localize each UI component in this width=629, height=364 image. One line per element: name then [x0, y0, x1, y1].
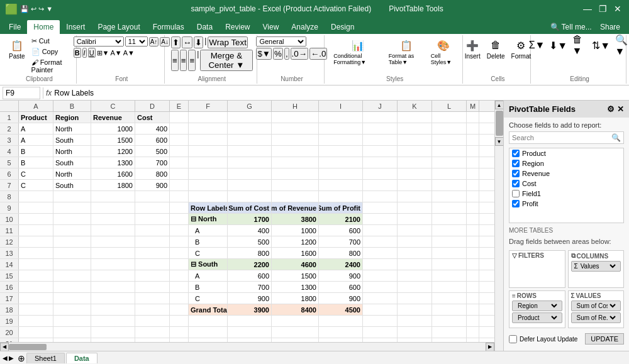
font-family-select[interactable]: Calibri: [74, 36, 124, 47]
font-size-select[interactable]: 11: [125, 36, 148, 47]
cell-c4[interactable]: 1200: [91, 146, 135, 157]
underline-button[interactable]: U: [88, 48, 96, 58]
cell-a1[interactable]: Product: [19, 112, 53, 123]
values-sum-cost-select[interactable]: Sum of Cost: [574, 302, 618, 310]
cell-c2[interactable]: 1000: [91, 123, 135, 134]
add-sheet-button[interactable]: ⊕: [18, 353, 25, 363]
merge-center-button[interactable]: Merge & Center ▼: [200, 50, 252, 71]
paste-button[interactable]: 📋 Paste: [6, 36, 28, 61]
fill-color-button[interactable]: A▼: [110, 49, 121, 57]
field-item-cost[interactable]: Cost: [509, 179, 623, 189]
tab-formulas[interactable]: Formulas: [147, 20, 191, 34]
col-header-b[interactable]: B: [53, 101, 91, 111]
scroll-right-button[interactable]: ▶: [486, 343, 494, 351]
find-select-button[interactable]: 🔍▼: [613, 36, 629, 54]
cell-styles-button[interactable]: 🎨 Cell Styles▼: [428, 36, 459, 67]
cell-k1[interactable]: [398, 112, 432, 123]
copy-button[interactable]: 📄 Copy: [29, 47, 72, 57]
tab-share[interactable]: 🔍 Tell me... Share: [544, 20, 627, 34]
cell-b5[interactable]: South: [53, 157, 91, 168]
cell-d2[interactable]: 400: [135, 123, 170, 134]
values-area[interactable]: Σ VALUES Sum of Cost Sum of Re...: [568, 290, 625, 328]
cell-d7[interactable]: 900: [135, 180, 170, 190]
sheet-tab-data[interactable]: Data: [66, 353, 97, 363]
format-painter-button[interactable]: 🖌 Format Painter: [29, 58, 72, 74]
cell-i2[interactable]: [319, 123, 363, 134]
update-button[interactable]: UPDATE: [585, 333, 624, 345]
values-sum-cost-item[interactable]: Sum of Cost: [571, 301, 621, 311]
h-scrollbar-thumb[interactable]: [9, 344, 47, 350]
field-checkbox-product[interactable]: [512, 150, 520, 157]
scroll-up-button[interactable]: ▲: [495, 101, 504, 109]
col-header-c[interactable]: C: [91, 101, 135, 111]
cell-a2[interactable]: A: [19, 123, 53, 134]
tab-insert[interactable]: Insert: [60, 20, 91, 34]
pivot-south-b[interactable]: B: [189, 282, 228, 292]
tab-review[interactable]: Review: [219, 20, 256, 34]
sort-filter-button[interactable]: ⇅▼: [591, 36, 611, 54]
pivot-south-a[interactable]: A: [189, 270, 228, 281]
field-checkbox-field1[interactable]: [512, 190, 520, 197]
pivot-settings-icon[interactable]: ⚙: [607, 104, 615, 114]
col-header-j[interactable]: J: [363, 101, 398, 111]
pivot-north-a[interactable]: A: [189, 225, 228, 236]
h-scrollbar-track[interactable]: [9, 344, 486, 350]
delete-button[interactable]: 🗑 Delete: [484, 36, 508, 61]
tab-home[interactable]: Home: [27, 20, 60, 34]
col-header-f[interactable]: F: [189, 101, 228, 111]
cell-d6[interactable]: 800: [135, 168, 170, 179]
tab-view[interactable]: View: [257, 20, 286, 34]
pivot-sum-profit-header[interactable]: Sum of Profit: [319, 202, 363, 213]
tab-analyze[interactable]: Analyze: [285, 20, 325, 34]
scroll-left-button[interactable]: ◀: [0, 343, 9, 351]
pivot-sum-cost-header[interactable]: Sum of Cost: [228, 202, 272, 213]
cell-d5[interactable]: 700: [135, 157, 170, 168]
pivot-north-b[interactable]: B: [189, 236, 228, 247]
pivot-search-box[interactable]: 🔍: [509, 131, 624, 144]
cell-b1[interactable]: Region: [53, 112, 91, 123]
title-bar-controls[interactable]: — ❐ ✕: [581, 3, 624, 15]
wrap-text-button[interactable]: Wrap Text: [208, 36, 248, 48]
pivot-close-icon[interactable]: ✕: [617, 104, 624, 114]
cell-d4[interactable]: 500: [135, 146, 170, 157]
cell-c6[interactable]: 1600: [91, 168, 135, 179]
col-header-e[interactable]: E: [170, 101, 189, 111]
align-right-button[interactable]: ≡: [188, 50, 196, 71]
rows-region-select[interactable]: Region: [515, 302, 559, 310]
align-top-button[interactable]: ⬆: [171, 36, 181, 48]
cell-a7[interactable]: C: [19, 180, 53, 190]
currency-button[interactable]: $▼: [256, 48, 272, 60]
v-scrollbar-thumb[interactable]: [496, 111, 503, 136]
more-tables-label[interactable]: MORE TABLES: [504, 226, 629, 235]
align-bottom-button[interactable]: ⬇: [194, 36, 203, 48]
col-header-h[interactable]: H: [272, 101, 319, 111]
percent-button[interactable]: %: [273, 48, 283, 60]
bold-button[interactable]: B: [74, 48, 81, 58]
cell-b2[interactable]: North: [53, 123, 91, 134]
pivot-row-labels-header[interactable]: Row Labels ▼: [189, 202, 228, 213]
rows-product-select[interactable]: Product: [515, 314, 559, 322]
format-as-table-button[interactable]: 📋 Format as Table▼: [386, 36, 427, 67]
cell-e1[interactable]: [170, 112, 189, 123]
cell-c5[interactable]: 1300: [91, 157, 135, 168]
horizontal-scrollbar[interactable]: ◀ ▶: [0, 342, 494, 351]
cell-reference-input[interactable]: [3, 87, 40, 99]
pivot-search-input[interactable]: [512, 134, 611, 141]
vertical-scrollbar[interactable]: ▲ ▼: [494, 101, 503, 351]
cell-i1[interactable]: [319, 112, 363, 123]
sheet-tab-sheet1[interactable]: Sheet1: [26, 353, 65, 363]
rows-product-item[interactable]: Product: [512, 312, 562, 323]
decrease-decimal-button[interactable]: ←.0: [309, 48, 327, 60]
col-header-g[interactable]: G: [228, 101, 272, 111]
minimize-button[interactable]: —: [581, 3, 594, 15]
field-item-revenue[interactable]: Revenue: [509, 168, 623, 179]
col-header-k[interactable]: K: [398, 101, 432, 111]
cell-l1[interactable]: [432, 112, 467, 123]
close-button[interactable]: ✕: [611, 3, 624, 15]
number-format-select[interactable]: General: [256, 36, 306, 47]
cell-j1[interactable]: [363, 112, 398, 123]
italic-button[interactable]: I: [82, 48, 87, 58]
cell-b7[interactable]: South: [53, 180, 91, 190]
cell-f1[interactable]: [189, 112, 228, 123]
columns-values-select[interactable]: Values: [578, 262, 618, 270]
